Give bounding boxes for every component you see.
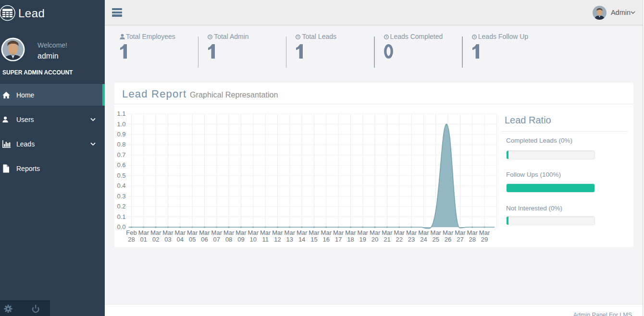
svg-text:Mar: Mar	[260, 229, 271, 236]
svg-text:01: 01	[140, 236, 147, 243]
svg-text:23: 23	[408, 236, 415, 243]
svg-text:Mar: Mar	[199, 229, 210, 236]
svg-text:Mar: Mar	[479, 229, 490, 236]
svg-text:02: 02	[152, 236, 159, 243]
svg-text:04: 04	[177, 236, 184, 243]
svg-text:0.1: 0.1	[117, 213, 125, 220]
svg-text:0.7: 0.7	[117, 151, 125, 158]
svg-text:11: 11	[262, 236, 269, 243]
svg-text:Mar: Mar	[138, 229, 149, 236]
svg-text:15: 15	[310, 236, 317, 243]
svg-text:05: 05	[189, 236, 196, 243]
svg-text:Mar: Mar	[211, 229, 223, 236]
svg-text:Mar: Mar	[272, 229, 283, 236]
svg-text:0.5: 0.5	[117, 172, 125, 179]
svg-text:20: 20	[372, 236, 378, 243]
svg-text:Mar: Mar	[382, 229, 393, 236]
svg-text:10: 10	[250, 236, 257, 243]
svg-text:0.4: 0.4	[117, 182, 125, 189]
svg-text:Mar: Mar	[309, 229, 320, 236]
svg-text:Mar: Mar	[150, 229, 161, 236]
svg-text:26: 26	[445, 236, 451, 243]
svg-text:08: 08	[225, 236, 232, 243]
svg-text:Mar: Mar	[455, 229, 466, 236]
svg-text:25: 25	[433, 236, 439, 243]
svg-text:Mar: Mar	[187, 229, 198, 236]
svg-text:19: 19	[359, 236, 366, 243]
svg-text:Mar: Mar	[358, 229, 369, 236]
svg-text:0.0: 0.0	[117, 223, 125, 231]
svg-text:09: 09	[237, 236, 244, 243]
svg-text:Mar: Mar	[235, 229, 247, 236]
svg-text:Mar: Mar	[406, 229, 417, 236]
svg-text:Feb: Feb	[126, 229, 136, 236]
svg-text:Mar: Mar	[248, 229, 259, 236]
svg-text:24: 24	[420, 236, 427, 243]
svg-text:1.1: 1.1	[117, 110, 125, 117]
svg-text:1.0: 1.0	[117, 121, 125, 128]
svg-text:Mar: Mar	[443, 229, 454, 236]
svg-text:28: 28	[128, 236, 135, 243]
svg-text:Mar: Mar	[175, 229, 186, 236]
svg-text:07: 07	[213, 236, 220, 243]
svg-text:0.2: 0.2	[117, 203, 125, 210]
svg-text:0.6: 0.6	[117, 161, 125, 169]
svg-text:Mar: Mar	[162, 229, 173, 236]
svg-text:Mar: Mar	[394, 229, 405, 236]
svg-text:Mar: Mar	[418, 229, 429, 236]
svg-text:Mar: Mar	[285, 229, 296, 236]
svg-text:Mar: Mar	[333, 229, 344, 236]
svg-text:29: 29	[481, 236, 488, 243]
svg-text:06: 06	[201, 236, 208, 243]
svg-text:27: 27	[457, 236, 463, 243]
svg-text:18: 18	[347, 236, 354, 243]
svg-text:16: 16	[323, 236, 330, 243]
svg-text:21: 21	[384, 236, 390, 243]
svg-text:13: 13	[286, 236, 293, 243]
svg-text:14: 14	[298, 236, 305, 243]
svg-text:03: 03	[164, 236, 171, 243]
svg-text:Mar: Mar	[370, 229, 381, 236]
svg-text:Mar: Mar	[223, 229, 235, 236]
svg-text:Mar: Mar	[345, 229, 356, 236]
svg-text:17: 17	[335, 236, 342, 243]
svg-text:0.8: 0.8	[117, 141, 125, 148]
svg-text:Mar: Mar	[431, 229, 442, 236]
svg-text:Mar: Mar	[297, 229, 308, 236]
svg-text:0.9: 0.9	[117, 131, 125, 138]
svg-text:28: 28	[469, 236, 476, 243]
svg-text:0.3: 0.3	[117, 193, 125, 200]
svg-text:22: 22	[396, 236, 403, 243]
svg-text:12: 12	[274, 236, 281, 243]
svg-text:Mar: Mar	[321, 229, 332, 236]
svg-text:Mar: Mar	[467, 229, 478, 236]
